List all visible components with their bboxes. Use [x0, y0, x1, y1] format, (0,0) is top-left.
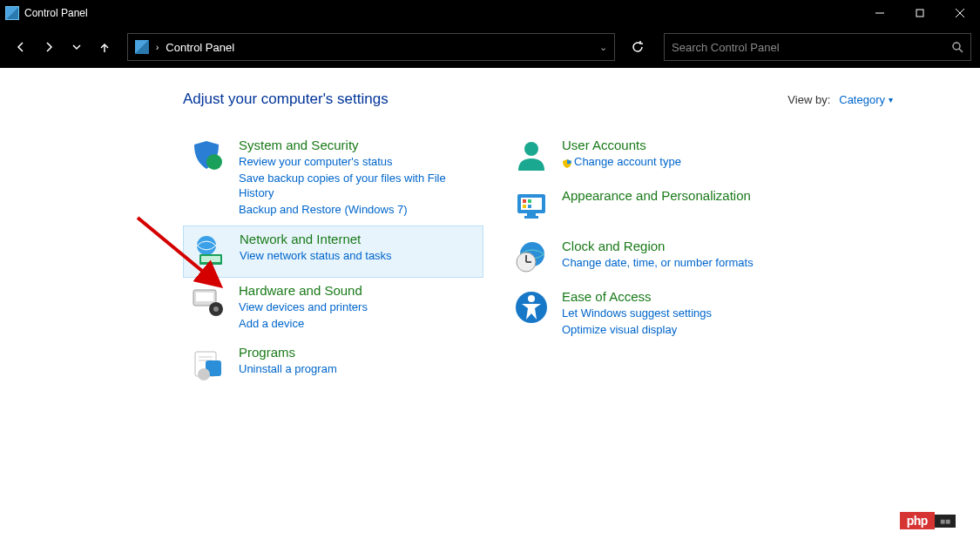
minimize-button[interactable]	[860, 0, 900, 26]
watermark-cn: ■■	[935, 515, 956, 528]
network-internet-icon	[191, 232, 227, 268]
search-input[interactable]	[672, 41, 951, 54]
category-link[interactable]: Review your computer's status	[239, 154, 476, 170]
category-title[interactable]: Ease of Access	[562, 289, 800, 304]
svg-point-7	[206, 154, 222, 170]
appearance-personalization-icon	[513, 188, 550, 225]
category-title[interactable]: User Accounts	[562, 138, 800, 152]
svg-point-5	[953, 43, 960, 50]
maximize-button[interactable]	[900, 0, 940, 26]
category-title[interactable]: Programs	[239, 345, 476, 360]
svg-rect-28	[524, 216, 538, 219]
watermark-php: php	[900, 512, 935, 529]
category-link[interactable]: Change account type	[562, 154, 800, 170]
category-link[interactable]: View network status and tasks	[240, 248, 476, 264]
svg-rect-26	[528, 205, 531, 208]
breadcrumb-separator-icon: ›	[156, 43, 159, 52]
category-programs[interactable]: ProgramsUninstall a program	[183, 340, 483, 390]
category-user-accounts[interactable]: User AccountsChange account type	[506, 132, 807, 183]
svg-rect-27	[527, 213, 536, 216]
category-link[interactable]: Uninstall a program	[239, 361, 476, 377]
content-area: Adjust your computer's settings View by:…	[0, 68, 980, 390]
close-button[interactable]	[940, 0, 980, 26]
svg-rect-12	[196, 293, 213, 301]
search-bar[interactable]	[664, 33, 971, 61]
chevron-down-icon: ▾	[889, 95, 893, 104]
recent-locations-button[interactable]	[64, 35, 89, 59]
category-network-internet[interactable]: Network and InternetView network status …	[183, 226, 483, 278]
view-by-label: View by:	[787, 93, 830, 106]
category-title[interactable]: Network and Internet	[240, 232, 476, 246]
watermark: php ■■	[900, 512, 956, 529]
clock-region-icon	[513, 239, 550, 275]
category-title[interactable]: Appearance and Personalization	[562, 188, 800, 203]
chevron-down-icon[interactable]: ⌄	[599, 42, 607, 53]
ease-of-access-icon	[513, 289, 550, 326]
category-link[interactable]: Change date, time, or number formats	[562, 255, 800, 271]
hardware-sound-icon	[190, 283, 226, 320]
svg-point-20	[524, 142, 538, 156]
window-title: Control Panel	[24, 7, 860, 19]
system-security-icon	[190, 138, 226, 174]
svg-rect-1	[916, 10, 923, 17]
view-by-control[interactable]: View by: Category ▾	[787, 93, 893, 106]
title-bar: Control Panel	[0, 0, 980, 26]
category-title[interactable]: System and Security	[239, 138, 476, 152]
category-ease-of-access[interactable]: Ease of AccessLet Windows suggest settin…	[506, 284, 807, 346]
svg-rect-10	[201, 256, 220, 262]
forward-button[interactable]	[37, 35, 61, 59]
category-link[interactable]: View devices and printers	[239, 300, 476, 315]
category-link[interactable]: Optimize visual display	[562, 322, 800, 338]
svg-rect-24	[528, 199, 531, 203]
programs-icon	[190, 345, 226, 381]
category-link[interactable]: Add a device	[239, 316, 476, 332]
address-bar[interactable]: › Control Panel ⌄	[127, 33, 615, 61]
svg-point-34	[528, 295, 535, 302]
breadcrumb[interactable]: Control Panel	[166, 41, 234, 54]
shield-icon	[562, 158, 572, 168]
category-system-security[interactable]: System and SecurityReview your computer'…	[183, 132, 483, 226]
category-link[interactable]: Let Windows suggest settings	[562, 306, 800, 321]
svg-point-14	[213, 306, 219, 312]
category-title[interactable]: Clock and Region	[562, 239, 800, 253]
category-title[interactable]: Hardware and Sound	[239, 283, 476, 298]
category-link[interactable]: Backup and Restore (Windows 7)	[239, 202, 476, 218]
view-by-value[interactable]: Category ▾	[839, 93, 893, 106]
app-icon	[5, 6, 19, 20]
refresh-button[interactable]	[620, 33, 655, 61]
address-bar-icon	[135, 40, 149, 54]
category-appearance-personalization[interactable]: Appearance and Personalization	[506, 183, 807, 233]
user-accounts-icon	[513, 138, 550, 174]
up-button[interactable]	[92, 35, 117, 59]
svg-point-19	[198, 368, 210, 380]
page-title: Adjust your computer's settings	[183, 91, 389, 108]
navigation-bar: › Control Panel ⌄	[0, 26, 980, 68]
back-button[interactable]	[9, 35, 33, 59]
svg-line-6	[959, 49, 963, 52]
category-link[interactable]: Save backup copies of your files with Fi…	[239, 171, 476, 201]
svg-point-8	[197, 236, 216, 255]
search-icon	[951, 41, 963, 53]
svg-rect-25	[523, 205, 526, 208]
category-clock-region[interactable]: Clock and RegionChange date, time, or nu…	[506, 233, 807, 284]
category-hardware-sound[interactable]: Hardware and SoundView devices and print…	[183, 278, 483, 340]
svg-rect-23	[523, 199, 526, 203]
